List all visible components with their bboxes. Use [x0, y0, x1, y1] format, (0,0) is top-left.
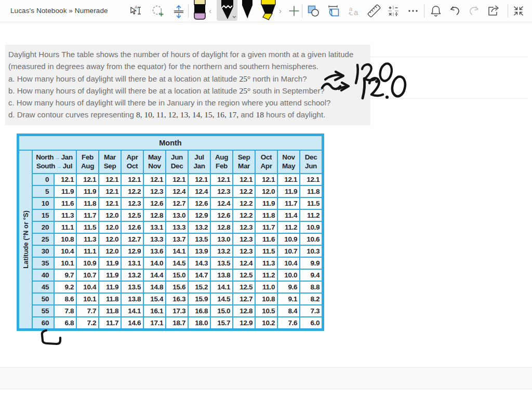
toolbar-divider — [302, 4, 302, 18]
insert-space-button[interactable] — [172, 4, 185, 18]
notifications-button[interactable] — [429, 4, 443, 18]
daylight-value-cell: 12.5 — [121, 209, 143, 221]
plain-text: c. How many hours of daylight will there… — [8, 98, 330, 107]
daylight-value-cell: 11.5 — [255, 245, 277, 257]
daylight-value-cell: 8.8 — [300, 281, 322, 293]
daylight-value-cell: 14.7 — [188, 269, 210, 281]
daylight-value-cell: 15.7 — [210, 317, 233, 329]
daylight-value-cell: 12.6 — [143, 197, 166, 209]
north-south-line: South→Jul — [33, 162, 76, 171]
daylight-value-cell: 11.9 — [54, 185, 76, 197]
daylight-value-cell: 12.8 — [233, 305, 255, 317]
daylight-value-cell: 15.2 — [188, 281, 210, 293]
problem-line: c. How many hours of daylight will there… — [8, 97, 370, 109]
highlighter-icon — [259, 0, 277, 21]
daylight-value-cell: 12.3 — [233, 233, 255, 245]
daylight-value-cell: 8.2 — [300, 293, 322, 305]
pen-black-button[interactable] — [240, 0, 255, 20]
select-tool-button[interactable]: A — [129, 4, 142, 18]
breadcrumb[interactable]: Lucas's Notebook » Numerade — [10, 0, 108, 22]
plain-text: b. How many hours of daylight will there… — [8, 86, 239, 95]
daylight-value-cell: 10.6 — [300, 233, 322, 245]
daylight-value-cell: 12.1 — [277, 174, 300, 185]
daylight-value-cell: 14.5 — [166, 257, 188, 269]
daylight-value-cell: 9.2 — [54, 281, 76, 293]
daylight-value-cell: 10.7 — [76, 269, 99, 281]
daylight-value-cell: 12.3 — [233, 245, 255, 257]
daylight-value-cell: 13.7 — [166, 233, 188, 245]
add-pen-button[interactable] — [287, 4, 301, 18]
ruler-button[interactable] — [367, 4, 381, 18]
daylight-value-cell: 11.5 — [300, 197, 322, 209]
plain-text: and — [238, 110, 256, 119]
month-column-header: DecJun — [300, 150, 322, 174]
more-options-button[interactable] — [406, 4, 420, 18]
daylight-value-cell: 10.8 — [54, 233, 76, 245]
daylight-value-cell: 13.5 — [210, 257, 233, 269]
daylight-value-cell: 11.6 — [255, 233, 277, 245]
faint-rule — [370, 98, 528, 99]
plain-text: hours of daylight. — [264, 110, 325, 119]
eraser-button[interactable] — [193, 0, 207, 21]
daylight-value-cell: 12.2 — [233, 185, 255, 197]
daylight-value-cell: 12.9 — [188, 209, 210, 221]
daylight-value-cell: 11.9 — [277, 185, 300, 197]
daylight-value-cell: 9.6 — [277, 281, 300, 293]
daylight-value-cell: 12.1 — [188, 174, 210, 185]
share-button[interactable] — [486, 4, 500, 18]
table-row: 508.610.111.813.815.416.315.914.512.710.… — [19, 293, 322, 305]
problem-line: d. Draw contour curves representing 8, 1… — [8, 109, 370, 121]
daylight-value-cell: 10.2 — [255, 317, 277, 329]
daylight-value-cell: 13.3 — [143, 233, 166, 245]
daylight-value-cell: 14.5 — [210, 293, 233, 305]
previous-pens-button[interactable]: ‹ — [209, 6, 211, 16]
redo-button[interactable] — [467, 4, 481, 18]
undo-icon — [448, 4, 462, 18]
math-button[interactable] — [387, 4, 400, 18]
latitude-cell: 10 — [32, 197, 54, 209]
pencil-black-selected-button[interactable] — [217, 0, 237, 21]
north-south-header: North→JanSouth→Jul — [32, 150, 76, 174]
daylight-value-cell: 13.3 — [166, 221, 188, 233]
daylight-value-cell: 12.5 — [233, 281, 255, 293]
ink-to-text-button[interactable]: a a — [348, 4, 361, 18]
daylight-value-cell: 11.1 — [76, 245, 99, 257]
month-column-header: JulJan — [188, 150, 210, 174]
eraser-icon — [193, 0, 207, 21]
daylight-value-cell: 14.4 — [143, 269, 166, 281]
math-icon — [387, 4, 400, 18]
daylight-value-cell: 12.4 — [233, 257, 255, 269]
highlighter-yellow-button[interactable] — [259, 0, 277, 21]
daylight-value-cell: 10.4 — [76, 281, 99, 293]
next-pens-button[interactable]: › — [279, 6, 282, 16]
daylight-value-cell: 15.0 — [210, 305, 233, 317]
latitude-cell: 30 — [32, 245, 54, 257]
daylight-value-cell: 11.9 — [99, 269, 121, 281]
daylight-value-cell: 17.1 — [143, 317, 166, 329]
table-row: 1511.311.712.012.512.813.012.912.612.211… — [19, 209, 322, 221]
daylight-value-cell: 12.0 — [99, 221, 121, 233]
daylight-value-cell: 12.1 — [54, 174, 76, 185]
lasso-select-button[interactable] — [151, 4, 165, 18]
table-row: 557.87.711.814.116.117.316.815.012.810.5… — [19, 305, 322, 317]
daylight-value-cell: 12.7 — [166, 197, 188, 209]
svg-text:a: a — [354, 8, 358, 17]
daylight-value-cell: 12.6 — [210, 209, 233, 221]
plain-text: (measured in degrees away from the equat… — [8, 62, 318, 71]
daylight-value-cell: 11.9 — [99, 257, 121, 269]
page-canvas[interactable]: Daylight Hours The table shows the numbe… — [0, 22, 532, 399]
daylight-value-cell: 12.6 — [121, 221, 143, 233]
daylight-value-cell: 9.4 — [300, 269, 322, 281]
collapse-window-button[interactable] — [512, 4, 525, 18]
daylight-value-cell: 18.7 — [166, 317, 188, 329]
insert-space-icon — [172, 4, 185, 19]
undo-button[interactable] — [448, 4, 462, 18]
daylight-value-cell: 13.6 — [143, 245, 166, 257]
daylight-value-cell: 7.7 — [76, 305, 99, 317]
shapes-icon — [307, 4, 320, 18]
daylight-value-cell: 12.2 — [121, 185, 143, 197]
shapes-button[interactable] — [307, 4, 320, 18]
math-text: 8, 10, 11, 12, 13, 14, 15, 16, 17, — [136, 110, 238, 119]
ink-to-shape-button[interactable] — [327, 4, 340, 18]
bell-icon — [429, 4, 443, 18]
